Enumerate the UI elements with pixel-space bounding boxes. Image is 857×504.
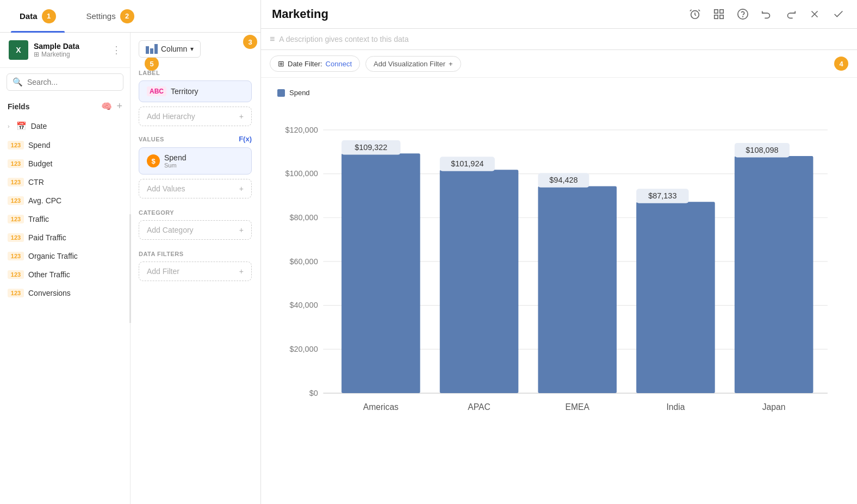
chart-type-label: Column [161,45,187,53]
field-item-organic-traffic[interactable]: 123 Organic Traffic [2,247,128,265]
value-field-agg: Sum [164,162,186,169]
chart-area: Spend $120,000 $100,000 $80,000 $60,00 [261,78,857,504]
chart-type-button[interactable]: Column ▾ [139,40,201,58]
field-name-traffic: Traffic [28,215,49,223]
bar-japan[interactable] [735,156,813,393]
field-name-budget: Budget [28,159,52,168]
field-name-other-traffic: Other Traffic [28,270,70,279]
fx-button[interactable]: F(x) [239,135,252,143]
field-name-ctr: CTR [28,178,44,186]
undo-icon[interactable] [759,7,774,22]
bar-japan-value: $108,098 [746,146,778,154]
field-type-spend: 123 [8,141,24,150]
search-input[interactable] [27,78,122,86]
field-name-date: Date [31,122,47,130]
x-label-emea: EMEA [566,402,590,412]
bar-emea[interactable] [538,186,617,393]
date-filter-button[interactable]: ⊞ Date Filter: Connect [270,55,360,72]
right-panel: ≡ A description gives context to this da… [261,0,857,504]
left-panel: Data 1 Settings 2 X Sample Data [0,0,261,504]
tab-settings[interactable]: Settings 2 [78,0,143,33]
field-item-paid-traffic[interactable]: 123 Paid Traffic [2,228,128,247]
add-values-button[interactable]: Add Values + [139,179,252,198]
add-hierarchy-button[interactable]: Add Hierarchy + [139,107,252,126]
fields-list: › 📅 Date 123 Spend 123 Budget 123 [0,116,130,504]
field-item-traffic[interactable]: 123 Traffic [2,210,128,228]
add-viz-filter-button[interactable]: Add Visualization Filter + [365,56,461,72]
value-info: Spend Sum [164,153,186,169]
field-item-other-traffic[interactable]: 123 Other Traffic [2,265,128,284]
left-panel-body: X Sample Data ⊞ Marketing 5 ⋮ 🔍 [0,33,260,504]
value-field-name: Spend [164,153,186,162]
field-item-avgcpc[interactable]: 123 Avg. CPC [2,191,128,210]
tab-settings-badge: 2 [120,9,134,23]
redo-icon[interactable] [783,7,798,22]
date-icon: 📅 [16,121,27,131]
description-placeholder: A description gives context to this data [279,35,408,43]
legend-color [277,89,285,97]
plus-filter-icon: + [239,267,244,276]
brain-icon[interactable]: 🧠 [101,101,112,111]
dollar-icon: $ [147,154,160,167]
tab-data[interactable]: Data 1 [11,0,65,33]
data-source-sub: ⊞ Marketing [34,51,111,58]
chart-header [261,0,857,29]
excel-icon: X [9,40,28,60]
add-category-button[interactable]: Add Category + [139,220,252,240]
x-label-japan: Japan [762,402,786,412]
label-field-chip[interactable]: ABC Territory [139,80,252,102]
y-label-80k: $80,000 [289,213,318,222]
plus-viz-icon: + [449,60,453,68]
search-box: 🔍 [7,73,123,91]
field-name-avgcpc: Avg. CPC [28,196,61,205]
fields-label-row: Fields 🧠 + [0,96,130,116]
chart-type-badge: 3 [243,35,257,49]
chart-legend: Spend [277,89,841,97]
bar-apac[interactable] [440,170,519,393]
value-field-chip[interactable]: $ Spend Sum [139,147,252,175]
field-name-spend: Spend [28,141,50,150]
tab-data-label: Data [20,11,38,21]
connect-link[interactable]: Connect [326,60,352,68]
x-label-apac: APAC [468,402,490,412]
help-icon[interactable] [735,7,750,22]
close-icon[interactable] [807,7,822,22]
svg-rect-1 [715,10,718,13]
field-item-spend[interactable]: 123 Spend [2,136,128,154]
check-icon[interactable] [831,7,846,22]
bar-apac-value: $101,924 [451,159,483,168]
legend-label: Spend [289,89,310,97]
grid-icon[interactable] [711,7,726,22]
table-icon: ⊞ [34,51,39,58]
bar-india[interactable] [636,202,715,393]
field-item-budget[interactable]: 123 Budget [2,154,128,173]
svg-rect-3 [715,15,718,18]
field-type-other-traffic: 123 [8,270,24,279]
add-filter-button[interactable]: Add Filter + [139,262,252,281]
bar-americas[interactable] [341,153,420,393]
y-label-60k: $60,000 [289,257,318,266]
menu-icon: ≡ [270,34,275,44]
y-label-20k: $20,000 [289,345,318,353]
tabs-header: Data 1 Settings 2 [0,0,260,33]
alarm-icon[interactable] [687,7,703,22]
data-source-info: Sample Data ⊞ Marketing [34,42,111,58]
x-label-americas: Americas [363,402,399,412]
field-type-avgcpc: 123 [8,196,24,205]
tab-settings-label: Settings [86,11,116,21]
field-item-ctr[interactable]: 123 CTR [2,173,128,191]
bar-india-value: $87,133 [648,191,676,200]
label-field-name: Territory [171,87,198,96]
field-item-conversions[interactable]: 123 Conversions [2,284,128,302]
plus-category-icon: + [239,226,244,234]
chevron-icon: › [8,123,10,129]
add-field-icon[interactable]: + [116,101,122,112]
field-type-paid-traffic: 123 [8,233,24,242]
field-item-date[interactable]: › 📅 Date [2,116,128,136]
more-menu-icon[interactable]: ⋮ [111,44,121,56]
column-chart-icon [146,44,158,54]
chart-title-input[interactable] [272,7,681,21]
y-label-0: $0 [309,389,318,397]
category-section-header: CATEGORY [139,209,252,216]
values-section-header: VALUES F(x) [139,135,252,143]
